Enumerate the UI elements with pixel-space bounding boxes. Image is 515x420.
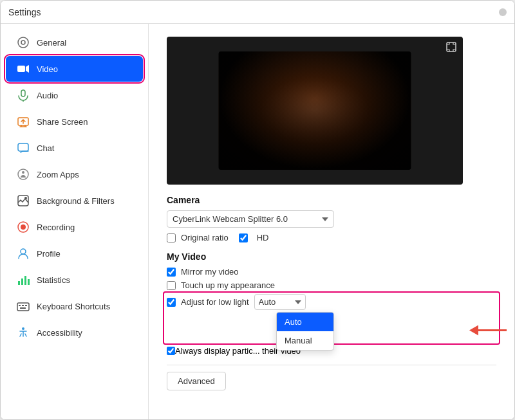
- mirror-label[interactable]: Mirror my video: [181, 267, 239, 277]
- keyboard-shortcuts-icon: [16, 299, 30, 313]
- dropdown-auto-option[interactable]: Auto: [277, 313, 333, 331]
- sidebar-label-background-filters: Background & Filters: [37, 196, 115, 206]
- hd-checkbox[interactable]: [239, 233, 248, 242]
- sidebar-label-statistics: Statistics: [37, 275, 70, 285]
- camera-preview: [167, 37, 463, 185]
- adjust-container: Adjust for low light Auto Manual Auto Ma…: [167, 294, 496, 310]
- video-icon: [16, 62, 30, 76]
- camera-preview-overlay: [219, 51, 411, 170]
- svg-marker-3: [26, 65, 29, 73]
- sidebar-label-share-screen: Share Screen: [37, 117, 88, 127]
- svg-rect-16: [21, 278, 23, 285]
- svg-point-0: [18, 37, 28, 48]
- svg-rect-19: [17, 303, 29, 311]
- mirror-row: Mirror my video: [167, 267, 496, 277]
- sidebar-item-accessibility[interactable]: Accessibility: [6, 320, 143, 345]
- dropdown-manual-option[interactable]: Manual: [277, 331, 333, 350]
- sidebar-label-recording: Recording: [37, 223, 75, 232]
- sidebar-item-audio[interactable]: Audio: [6, 82, 143, 108]
- general-icon: [16, 35, 30, 50]
- sidebar-item-background-filters[interactable]: Background & Filters: [6, 188, 143, 214]
- adjust-row: Adjust for low light Auto Manual: [167, 294, 496, 310]
- sidebar-label-accessibility: Accessibility: [37, 328, 82, 338]
- touch-up-label[interactable]: Touch up my appearance: [181, 280, 275, 290]
- sidebar-item-recording[interactable]: Recording: [6, 214, 143, 240]
- original-ratio-label[interactable]: Original ratio: [181, 233, 229, 242]
- sidebar-label-zoom-apps: Zoom Apps: [37, 170, 79, 179]
- svg-rect-21: [22, 305, 24, 306]
- window-close-button[interactable]: [499, 8, 507, 16]
- red-arrow: [469, 323, 508, 340]
- svg-rect-22: [25, 305, 27, 306]
- svg-point-11: [24, 197, 27, 199]
- content-area: General Video: [1, 24, 514, 419]
- sidebar-label-profile: Profile: [37, 249, 61, 259]
- svg-rect-20: [19, 305, 21, 306]
- sidebar-label-audio: Audio: [37, 91, 58, 100]
- original-ratio-checkbox[interactable]: [167, 233, 176, 242]
- light-dropdown-popup: Auto Manual: [276, 312, 334, 351]
- svg-rect-17: [24, 276, 26, 285]
- svg-rect-15: [18, 281, 20, 285]
- adjust-checkbox[interactable]: [167, 298, 176, 307]
- chat-icon: [16, 141, 30, 155]
- camera-preview-inner: [219, 51, 411, 170]
- svg-point-1: [21, 41, 25, 44]
- participants-text-start: Always display partic: [175, 346, 253, 356]
- sidebar-item-video[interactable]: Video: [6, 56, 143, 82]
- sidebar-label-keyboard-shortcuts: Keyboard Shortcuts: [37, 302, 110, 311]
- svg-rect-23: [20, 307, 26, 309]
- sidebar-label-general: General: [37, 38, 66, 48]
- my-video-section-title: My Video: [167, 251, 496, 262]
- zoom-apps-icon: [16, 167, 30, 181]
- background-filters-icon: [16, 194, 30, 208]
- statistics-icon: [16, 273, 30, 287]
- svg-rect-4: [21, 90, 25, 96]
- divider: [167, 365, 496, 365]
- sidebar-label-video: Video: [37, 64, 58, 74]
- my-video-section: My Video Mirror my video Touch up my app…: [167, 251, 496, 390]
- audio-icon: [16, 88, 30, 102]
- window-title: Settings: [8, 7, 41, 17]
- svg-point-14: [21, 249, 26, 254]
- touch-up-checkbox[interactable]: [167, 281, 176, 290]
- original-ratio-row: Original ratio HD: [167, 233, 496, 242]
- adjust-label: Adjust for low light: [181, 297, 249, 307]
- svg-marker-27: [469, 325, 478, 336]
- svg-point-13: [21, 224, 26, 230]
- participants-checkbox[interactable]: [167, 347, 175, 355]
- sidebar-item-keyboard-shortcuts[interactable]: Keyboard Shortcuts: [6, 293, 143, 319]
- camera-select-dropdown[interactable]: CyberLink Webcam Splitter 6.0 Default Ca…: [167, 210, 334, 228]
- camera-select-row: CyberLink Webcam Splitter 6.0 Default Ca…: [167, 210, 496, 228]
- svg-point-8: [18, 169, 28, 179]
- recording-icon: [16, 220, 30, 234]
- svg-rect-18: [28, 279, 30, 285]
- share-screen-icon: [16, 114, 30, 129]
- mirror-checkbox[interactable]: [167, 268, 176, 277]
- svg-rect-25: [447, 42, 456, 51]
- sidebar-item-zoom-apps[interactable]: Zoom Apps: [6, 161, 143, 187]
- advanced-button[interactable]: Advanced: [167, 372, 226, 390]
- settings-window: Settings General: [0, 0, 515, 420]
- sidebar-item-profile[interactable]: Profile: [6, 241, 143, 266]
- svg-point-24: [22, 327, 24, 330]
- sidebar-label-chat: Chat: [37, 143, 54, 153]
- svg-point-9: [22, 171, 24, 174]
- preview-expand-icon[interactable]: [446, 42, 456, 55]
- sidebar-item-general[interactable]: General: [6, 30, 143, 55]
- profile-icon: [16, 246, 30, 260]
- svg-rect-2: [17, 66, 25, 72]
- title-bar: Settings: [1, 1, 514, 24]
- svg-rect-7: [18, 143, 28, 151]
- light-select-dropdown[interactable]: Auto Manual: [254, 294, 306, 310]
- main-panel: Camera CyberLink Webcam Splitter 6.0 Def…: [149, 24, 514, 419]
- accessibility-icon: [16, 325, 30, 340]
- sidebar: General Video: [1, 24, 149, 419]
- camera-section-title: Camera: [167, 195, 496, 205]
- sidebar-item-share-screen[interactable]: Share Screen: [6, 109, 143, 134]
- touch-up-row: Touch up my appearance: [167, 280, 496, 290]
- sidebar-item-chat[interactable]: Chat: [6, 135, 143, 161]
- sidebar-item-statistics[interactable]: Statistics: [6, 267, 143, 293]
- hd-label[interactable]: HD: [257, 233, 269, 242]
